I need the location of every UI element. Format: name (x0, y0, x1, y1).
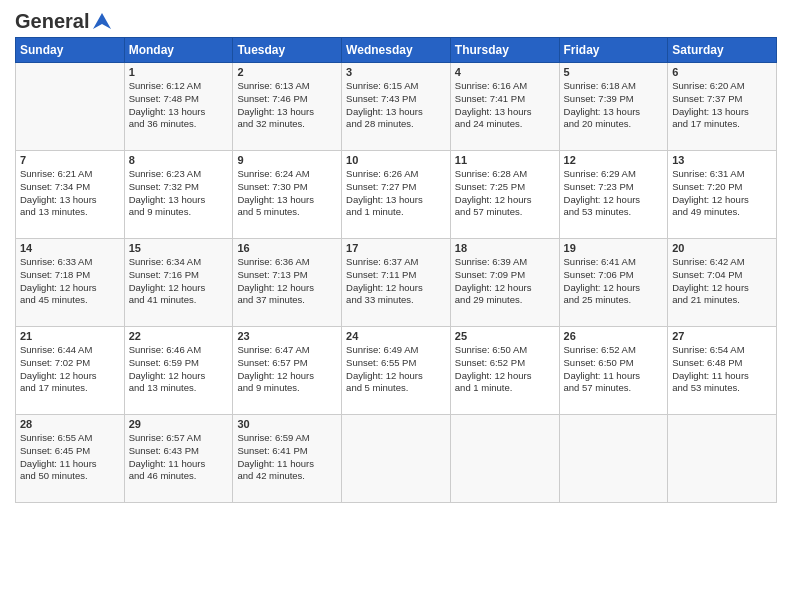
day-number: 15 (129, 242, 229, 254)
logo-general: General (15, 10, 89, 33)
day-info: Sunrise: 6:50 AM Sunset: 6:52 PM Dayligh… (455, 344, 555, 395)
day-info: Sunrise: 6:20 AM Sunset: 7:37 PM Dayligh… (672, 80, 772, 131)
day-number: 27 (672, 330, 772, 342)
calendar-cell: 19Sunrise: 6:41 AM Sunset: 7:06 PM Dayli… (559, 239, 668, 327)
day-info: Sunrise: 6:18 AM Sunset: 7:39 PM Dayligh… (564, 80, 664, 131)
calendar-cell: 22Sunrise: 6:46 AM Sunset: 6:59 PM Dayli… (124, 327, 233, 415)
day-info: Sunrise: 6:39 AM Sunset: 7:09 PM Dayligh… (455, 256, 555, 307)
calendar-cell: 29Sunrise: 6:57 AM Sunset: 6:43 PM Dayli… (124, 415, 233, 503)
calendar-cell: 7Sunrise: 6:21 AM Sunset: 7:34 PM Daylig… (16, 151, 125, 239)
day-number: 25 (455, 330, 555, 342)
day-info: Sunrise: 6:36 AM Sunset: 7:13 PM Dayligh… (237, 256, 337, 307)
weekday-header: Tuesday (233, 38, 342, 63)
weekday-header: Saturday (668, 38, 777, 63)
calendar-week-row: 21Sunrise: 6:44 AM Sunset: 7:02 PM Dayli… (16, 327, 777, 415)
calendar-cell: 30Sunrise: 6:59 AM Sunset: 6:41 PM Dayli… (233, 415, 342, 503)
day-number: 20 (672, 242, 772, 254)
day-number: 13 (672, 154, 772, 166)
calendar-cell: 15Sunrise: 6:34 AM Sunset: 7:16 PM Dayli… (124, 239, 233, 327)
day-info: Sunrise: 6:41 AM Sunset: 7:06 PM Dayligh… (564, 256, 664, 307)
day-info: Sunrise: 6:55 AM Sunset: 6:45 PM Dayligh… (20, 432, 120, 483)
header: General (15, 10, 777, 29)
calendar-cell: 3Sunrise: 6:15 AM Sunset: 7:43 PM Daylig… (342, 63, 451, 151)
calendar-cell: 2Sunrise: 6:13 AM Sunset: 7:46 PM Daylig… (233, 63, 342, 151)
day-info: Sunrise: 6:16 AM Sunset: 7:41 PM Dayligh… (455, 80, 555, 131)
calendar-cell: 28Sunrise: 6:55 AM Sunset: 6:45 PM Dayli… (16, 415, 125, 503)
day-info: Sunrise: 6:52 AM Sunset: 6:50 PM Dayligh… (564, 344, 664, 395)
calendar-cell: 24Sunrise: 6:49 AM Sunset: 6:55 PM Dayli… (342, 327, 451, 415)
logo: General (15, 10, 113, 29)
calendar-cell: 17Sunrise: 6:37 AM Sunset: 7:11 PM Dayli… (342, 239, 451, 327)
day-info: Sunrise: 6:33 AM Sunset: 7:18 PM Dayligh… (20, 256, 120, 307)
calendar-cell: 16Sunrise: 6:36 AM Sunset: 7:13 PM Dayli… (233, 239, 342, 327)
weekday-header: Wednesday (342, 38, 451, 63)
calendar-cell: 23Sunrise: 6:47 AM Sunset: 6:57 PM Dayli… (233, 327, 342, 415)
day-number: 10 (346, 154, 446, 166)
day-number: 2 (237, 66, 337, 78)
day-number: 17 (346, 242, 446, 254)
calendar-cell: 13Sunrise: 6:31 AM Sunset: 7:20 PM Dayli… (668, 151, 777, 239)
calendar-cell (668, 415, 777, 503)
calendar-cell: 25Sunrise: 6:50 AM Sunset: 6:52 PM Dayli… (450, 327, 559, 415)
day-info: Sunrise: 6:54 AM Sunset: 6:48 PM Dayligh… (672, 344, 772, 395)
day-number: 8 (129, 154, 229, 166)
calendar-week-row: 1Sunrise: 6:12 AM Sunset: 7:48 PM Daylig… (16, 63, 777, 151)
day-info: Sunrise: 6:21 AM Sunset: 7:34 PM Dayligh… (20, 168, 120, 219)
day-number: 14 (20, 242, 120, 254)
day-info: Sunrise: 6:31 AM Sunset: 7:20 PM Dayligh… (672, 168, 772, 219)
calendar-cell: 18Sunrise: 6:39 AM Sunset: 7:09 PM Dayli… (450, 239, 559, 327)
day-number: 18 (455, 242, 555, 254)
calendar-cell: 10Sunrise: 6:26 AM Sunset: 7:27 PM Dayli… (342, 151, 451, 239)
day-number: 9 (237, 154, 337, 166)
day-info: Sunrise: 6:59 AM Sunset: 6:41 PM Dayligh… (237, 432, 337, 483)
calendar-cell: 11Sunrise: 6:28 AM Sunset: 7:25 PM Dayli… (450, 151, 559, 239)
day-info: Sunrise: 6:23 AM Sunset: 7:32 PM Dayligh… (129, 168, 229, 219)
day-number: 1 (129, 66, 229, 78)
day-info: Sunrise: 6:44 AM Sunset: 7:02 PM Dayligh… (20, 344, 120, 395)
day-number: 22 (129, 330, 229, 342)
day-number: 26 (564, 330, 664, 342)
day-number: 12 (564, 154, 664, 166)
day-number: 5 (564, 66, 664, 78)
logo-bird-icon (91, 11, 113, 33)
calendar-cell: 14Sunrise: 6:33 AM Sunset: 7:18 PM Dayli… (16, 239, 125, 327)
calendar-week-row: 7Sunrise: 6:21 AM Sunset: 7:34 PM Daylig… (16, 151, 777, 239)
day-info: Sunrise: 6:12 AM Sunset: 7:48 PM Dayligh… (129, 80, 229, 131)
calendar-cell: 1Sunrise: 6:12 AM Sunset: 7:48 PM Daylig… (124, 63, 233, 151)
svg-marker-0 (93, 13, 111, 29)
calendar-cell: 20Sunrise: 6:42 AM Sunset: 7:04 PM Dayli… (668, 239, 777, 327)
calendar-cell: 8Sunrise: 6:23 AM Sunset: 7:32 PM Daylig… (124, 151, 233, 239)
day-info: Sunrise: 6:13 AM Sunset: 7:46 PM Dayligh… (237, 80, 337, 131)
day-info: Sunrise: 6:26 AM Sunset: 7:27 PM Dayligh… (346, 168, 446, 219)
calendar-cell: 9Sunrise: 6:24 AM Sunset: 7:30 PM Daylig… (233, 151, 342, 239)
day-number: 4 (455, 66, 555, 78)
calendar-cell: 12Sunrise: 6:29 AM Sunset: 7:23 PM Dayli… (559, 151, 668, 239)
day-number: 3 (346, 66, 446, 78)
day-number: 28 (20, 418, 120, 430)
day-info: Sunrise: 6:34 AM Sunset: 7:16 PM Dayligh… (129, 256, 229, 307)
calendar-cell: 6Sunrise: 6:20 AM Sunset: 7:37 PM Daylig… (668, 63, 777, 151)
calendar-cell (559, 415, 668, 503)
calendar-cell: 21Sunrise: 6:44 AM Sunset: 7:02 PM Dayli… (16, 327, 125, 415)
day-number: 29 (129, 418, 229, 430)
day-number: 23 (237, 330, 337, 342)
calendar-cell: 27Sunrise: 6:54 AM Sunset: 6:48 PM Dayli… (668, 327, 777, 415)
calendar-container: General SundayMondayTuesdayWednesdayThur… (0, 0, 792, 513)
day-number: 6 (672, 66, 772, 78)
weekday-header: Sunday (16, 38, 125, 63)
calendar-table: SundayMondayTuesdayWednesdayThursdayFrid… (15, 37, 777, 503)
day-number: 19 (564, 242, 664, 254)
day-info: Sunrise: 6:57 AM Sunset: 6:43 PM Dayligh… (129, 432, 229, 483)
day-number: 24 (346, 330, 446, 342)
day-info: Sunrise: 6:15 AM Sunset: 7:43 PM Dayligh… (346, 80, 446, 131)
day-info: Sunrise: 6:42 AM Sunset: 7:04 PM Dayligh… (672, 256, 772, 307)
calendar-cell (16, 63, 125, 151)
day-number: 16 (237, 242, 337, 254)
day-info: Sunrise: 6:47 AM Sunset: 6:57 PM Dayligh… (237, 344, 337, 395)
day-info: Sunrise: 6:37 AM Sunset: 7:11 PM Dayligh… (346, 256, 446, 307)
calendar-cell (450, 415, 559, 503)
day-number: 30 (237, 418, 337, 430)
day-info: Sunrise: 6:24 AM Sunset: 7:30 PM Dayligh… (237, 168, 337, 219)
day-info: Sunrise: 6:28 AM Sunset: 7:25 PM Dayligh… (455, 168, 555, 219)
weekday-header: Monday (124, 38, 233, 63)
